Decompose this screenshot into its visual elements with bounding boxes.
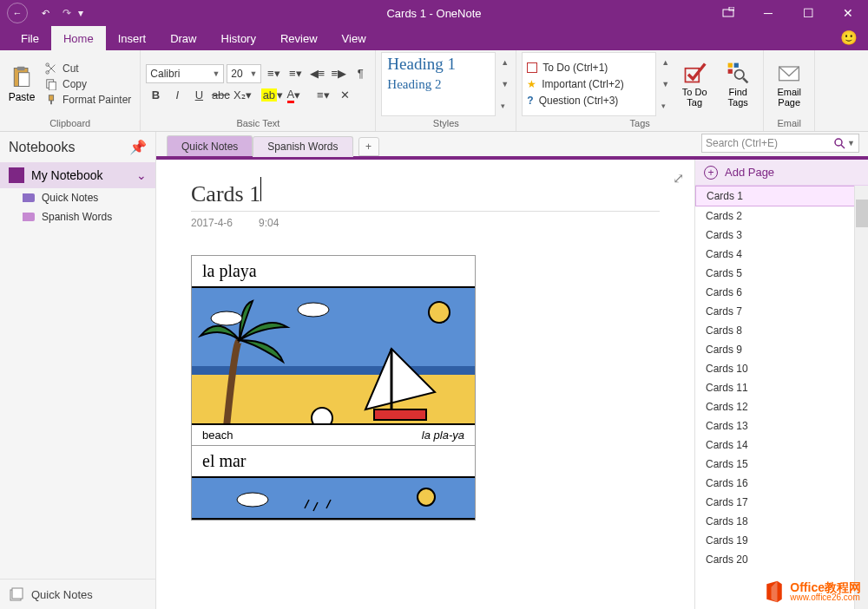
find-tags-button[interactable]: Find Tags: [718, 52, 758, 116]
svg-point-25: [429, 302, 450, 323]
sidebar-quick-notes[interactable]: Quick Notes: [0, 579, 155, 609]
clear-format-button[interactable]: ✕: [335, 86, 354, 105]
bullets-button[interactable]: ≡▾: [264, 64, 283, 83]
page-list-item[interactable]: Cards 18: [695, 512, 868, 531]
section-tab-spanish-words[interactable]: Spanish Words: [253, 136, 352, 157]
ribbon-opts-icon[interactable]: [708, 0, 748, 26]
paste-button[interactable]: Paste: [5, 52, 38, 116]
styles-more-icon[interactable]: ▾: [501, 102, 509, 110]
page-list-item[interactable]: Cards 20: [695, 550, 868, 569]
tag-question[interactable]: ?Question (Ctrl+3): [523, 93, 655, 108]
page-list-item[interactable]: Cards 9: [695, 340, 868, 359]
page-list-item[interactable]: Cards 15: [695, 455, 868, 474]
scrollbar-thumb[interactable]: [856, 200, 868, 227]
page-list-item[interactable]: Cards 12: [695, 397, 868, 416]
copy-button[interactable]: Copy: [42, 77, 135, 91]
sidebar-section[interactable]: Spanish Words: [0, 207, 155, 226]
page-list-item[interactable]: Cards 5: [695, 264, 868, 283]
scrollbar[interactable]: [854, 186, 868, 609]
page-list-item[interactable]: Cards 2: [695, 206, 868, 226]
outdent-button[interactable]: ◀≡: [307, 64, 326, 83]
clipboard-group-label: Clipboard: [5, 116, 135, 131]
close-icon[interactable]: ✕: [828, 0, 868, 26]
redo-icon[interactable]: ↷: [62, 7, 71, 19]
pin-icon[interactable]: 📌: [129, 139, 147, 155]
section-tab-quick-notes[interactable]: Quick Notes: [167, 135, 253, 156]
page-canvas[interactable]: ⤢ Cards 1 2017-4-6 9:04 la playa: [156, 160, 694, 609]
style-heading2[interactable]: Heading 2: [382, 75, 495, 94]
svg-rect-19: [12, 588, 23, 599]
page-list-item[interactable]: Cards 6: [695, 283, 868, 302]
page-list-item[interactable]: Cards 7: [695, 302, 868, 321]
page-list-item[interactable]: Cards 14: [695, 435, 868, 455]
page-list-item[interactable]: Cards 17: [695, 493, 868, 512]
underline-button[interactable]: U: [189, 86, 208, 105]
page-time[interactable]: 9:04: [259, 217, 279, 229]
tab-history[interactable]: History: [209, 26, 268, 50]
page-title[interactable]: Cards 1: [191, 181, 260, 207]
flashcard-image[interactable]: la playa: [191, 255, 476, 521]
highlight-button[interactable]: ab▾: [262, 86, 281, 105]
italic-button[interactable]: I: [168, 86, 187, 105]
svg-point-32: [237, 493, 268, 507]
tags-more-icon[interactable]: ▾: [661, 102, 669, 110]
subscript-button[interactable]: X₂▾: [233, 86, 252, 105]
page-list-item[interactable]: Cards 13: [695, 416, 868, 435]
font-size-select[interactable]: 20▼: [227, 64, 261, 83]
tab-draw[interactable]: Draw: [158, 26, 208, 50]
search-input[interactable]: Search (Ctrl+E) ▼: [701, 134, 859, 153]
notebook-row[interactable]: My Notebook ⌄: [0, 162, 155, 188]
page-list-item[interactable]: Cards 16: [695, 474, 868, 493]
styles-up-icon[interactable]: ▲: [501, 58, 509, 67]
page-list-item[interactable]: Cards 4: [695, 245, 868, 264]
tags-up-icon[interactable]: ▲: [661, 58, 669, 67]
undo-icon[interactable]: ↶: [35, 3, 56, 23]
email-page-button[interactable]: Email Page: [769, 52, 809, 116]
styles-down-icon[interactable]: ▼: [501, 80, 509, 88]
expand-icon[interactable]: ⤢: [673, 170, 684, 187]
page-list-item[interactable]: Cards 11: [695, 378, 868, 397]
bold-button[interactable]: B: [146, 86, 165, 105]
page-list-item[interactable]: Cards 1: [695, 186, 868, 206]
page-list-item[interactable]: Cards 19: [695, 531, 868, 550]
tags-down-icon[interactable]: ▼: [661, 80, 669, 88]
page-date[interactable]: 2017-4-6: [191, 217, 233, 229]
align-button[interactable]: ≡▾: [313, 86, 332, 105]
tab-view[interactable]: View: [330, 26, 378, 50]
page-list-item[interactable]: Cards 3: [695, 226, 868, 245]
svg-line-21: [841, 145, 845, 148]
section-tabstrip: Quick Notes Spanish Words + Search (Ctrl…: [156, 132, 868, 156]
cut-button[interactable]: Cut: [42, 62, 135, 75]
search-dropdown-icon[interactable]: ▼: [847, 139, 855, 147]
add-page-button[interactable]: + Add Page: [695, 160, 868, 186]
page-list-item[interactable]: Cards 10: [695, 359, 868, 378]
tag-todo[interactable]: To Do (Ctrl+1): [523, 60, 655, 75]
ribbon: Paste Cut Copy Format Painter Clipboard …: [0, 50, 868, 132]
numbering-button[interactable]: ≡▾: [286, 64, 305, 83]
maximize-icon[interactable]: ☐: [788, 0, 828, 26]
font-name-select[interactable]: Calibri▼: [146, 64, 224, 83]
strikethrough-button[interactable]: abc: [211, 86, 230, 105]
tab-home[interactable]: Home: [51, 26, 106, 50]
font-color-button[interactable]: A▾: [284, 86, 303, 105]
qat-customize-icon[interactable]: ▾: [78, 7, 83, 19]
tab-review[interactable]: Review: [268, 26, 330, 50]
format-painter-button[interactable]: Format Painter: [42, 93, 135, 107]
add-section-button[interactable]: +: [358, 137, 379, 156]
tab-file[interactable]: File: [9, 26, 51, 50]
paragraph-button[interactable]: ¶: [351, 64, 370, 83]
text-cursor: [260, 177, 261, 201]
svg-rect-8: [49, 82, 56, 90]
smiley-icon[interactable]: 🙂: [840, 29, 858, 46]
todo-tag-button[interactable]: To Do Tag: [674, 52, 714, 116]
indent-button[interactable]: ≡▶: [329, 64, 348, 83]
svg-rect-28: [374, 409, 426, 420]
tag-important[interactable]: ★Important (Ctrl+2): [523, 76, 655, 92]
style-heading1[interactable]: Heading 1: [382, 53, 495, 75]
minimize-icon[interactable]: ─: [748, 0, 788, 26]
tab-insert[interactable]: Insert: [106, 26, 159, 50]
page-list-item[interactable]: Cards 8: [695, 321, 868, 340]
sidebar-section[interactable]: Quick Notes: [0, 188, 155, 207]
back-icon[interactable]: ←: [7, 3, 28, 23]
menubar: File Home Insert Draw History Review Vie…: [0, 26, 868, 50]
